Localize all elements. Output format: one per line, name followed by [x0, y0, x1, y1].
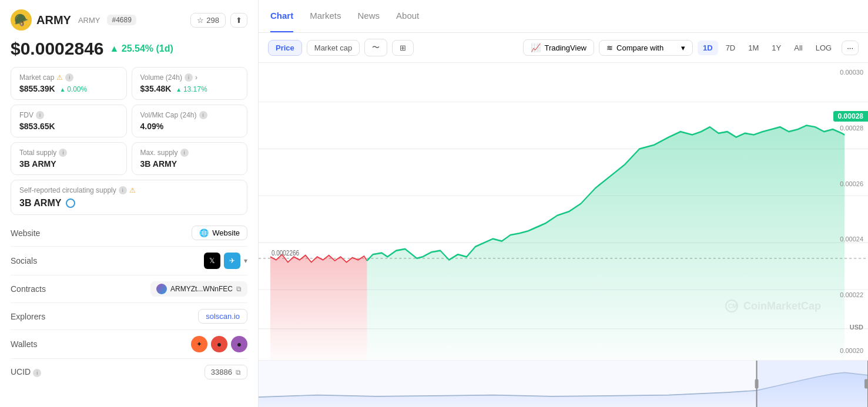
chart-svg: 0.0002266 [259, 63, 868, 360]
info-icon-ucid: i [33, 369, 41, 377]
wallet-icon-3[interactable]: ● [231, 336, 247, 352]
token-logo: 🪖 [11, 9, 32, 31]
svg-rect-13 [755, 379, 759, 389]
arrow-icon: › [195, 73, 197, 82]
explorers-row: Explorers solscan.io [11, 303, 247, 330]
vol-mkt-value: 4.09% [140, 122, 239, 131]
chevron-down-icon[interactable]: ▾ [244, 257, 247, 265]
ucid-tag: 33886 ⧉ [205, 365, 247, 379]
mini-chart-svg [259, 361, 868, 407]
tab-news[interactable]: News [358, 0, 380, 32]
market-cap-value: $855.39K [19, 84, 55, 93]
website-link-text: Website [212, 228, 240, 237]
contract-logo [156, 284, 167, 294]
y-label-3: 0.00026 [840, 180, 863, 187]
candle-chart-icon[interactable]: ⊞ [392, 40, 414, 56]
time-1y[interactable]: 1Y [766, 41, 786, 55]
website-button[interactable]: 🌐 Website [192, 226, 247, 240]
volume-value: $35.48K [140, 84, 172, 93]
share-button[interactable]: ⬆ [230, 13, 247, 28]
wallets-row: Wallets ✦ ● ● [11, 330, 247, 359]
warning-icon-cs: ⚠ [129, 186, 136, 194]
max-supply-card: Max. supply i 3B ARMY [132, 142, 248, 175]
vol-mkt-label: Vol/Mkt Cap (24h) [140, 111, 197, 119]
time-all[interactable]: All [789, 41, 807, 55]
y-label-6: 0.00020 [840, 347, 863, 354]
circle-icon [66, 199, 75, 208]
svg-text:CM: CM [728, 303, 738, 310]
trading-view-icon: 📈 [531, 43, 541, 52]
time-log[interactable]: LOG [810, 41, 837, 55]
vol-mkt-card: Vol/Mkt Cap (24h) i 4.09% [132, 105, 248, 137]
chart-controls: Price Market cap 〜 ⊞ 📈 TradingView ≋ Com… [259, 33, 868, 63]
share-icon: ⬆ [236, 16, 242, 25]
info-icon: i [65, 73, 73, 82]
y-label-4: 0.00024 [840, 236, 863, 243]
market-cap-card: Market cap ⚠ i $855.39K 0.00% [11, 67, 127, 100]
tab-markets[interactable]: Markets [310, 0, 341, 32]
twitter-icon[interactable]: 𝕏 [204, 253, 220, 269]
info-icon-cs: i [119, 186, 127, 194]
market-cap-label: Market cap [19, 73, 54, 82]
price-button[interactable]: Price [268, 40, 302, 56]
copy-icon[interactable]: ⧉ [236, 285, 242, 293]
info-icon-vm: i [199, 111, 207, 119]
token-name: ARMY [36, 14, 71, 27]
svg-rect-10 [757, 361, 868, 407]
time-1m[interactable]: 1M [743, 41, 764, 55]
y-label-5: 0.00022 [840, 291, 863, 298]
trading-view-button[interactable]: 📈 TradingView [523, 39, 594, 56]
fdv-card: FDV i $853.65K [11, 105, 127, 137]
wallet-icon-1[interactable]: ✦ [191, 336, 207, 352]
tab-about[interactable]: About [396, 0, 419, 32]
price-change: ▲ 25.54% (1d) [110, 43, 173, 54]
fdv-value: $853.65K [19, 122, 118, 131]
compare-chevron-icon: ▾ [681, 43, 685, 52]
svg-text:0.0002266: 0.0002266 [272, 248, 299, 257]
globe-icon: 🌐 [199, 228, 209, 237]
max-supply-value: 3B ARMY [140, 159, 239, 169]
compare-with-label: Compare with [616, 43, 663, 52]
mini-chart[interactable]: 12 Nov 15 Nov 18 Nov 21 Nov 24 Nov 27 No… [259, 360, 868, 407]
explorer-button[interactable]: solscan.io [198, 309, 247, 324]
more-options-button[interactable]: ··· [842, 41, 859, 55]
watermark: CM CoinMarketCap [725, 299, 821, 313]
telegram-icon[interactable]: ✈ [224, 253, 240, 269]
volume-change: 13.17% [176, 85, 207, 93]
circulating-label: Self-reported circulating supply [19, 186, 116, 194]
contract-address: ARMYZt...WNnFEC [170, 285, 233, 293]
current-price-badge: 0.00028 [833, 111, 868, 122]
contract-tag: ARMYZt...WNnFEC ⧉ [150, 281, 247, 297]
time-7d[interactable]: 7D [720, 41, 741, 55]
star-button[interactable]: ☆ 298 [190, 13, 226, 28]
wallets-label: Wallets [11, 339, 69, 349]
ucid-label: UCID i [11, 367, 69, 377]
max-supply-label: Max. supply [140, 149, 178, 157]
website-row: Website 🌐 Website [11, 220, 247, 247]
circulating-value: 3B ARMY [19, 198, 61, 208]
chart-nav: Chart Markets News About [259, 0, 868, 33]
market-cap-button[interactable]: Market cap [307, 40, 360, 56]
y-axis: 0.00030 0.00028 0.00026 0.00024 0.00022 … [840, 63, 863, 360]
explorers-label: Explorers [11, 312, 69, 321]
star-icon: ☆ [197, 16, 204, 25]
circulating-supply-card: Self-reported circulating supply i ⚠ 3B … [11, 180, 247, 215]
wallet-icon-2[interactable]: ● [211, 336, 227, 352]
tab-chart[interactable]: Chart [270, 0, 293, 32]
contracts-label: Contracts [11, 284, 69, 294]
compare-with-button[interactable]: ≋ Compare with ▾ [599, 40, 693, 56]
line-chart-icon[interactable]: 〜 [364, 39, 387, 56]
socials-row: Socials 𝕏 ✈ ▾ [11, 247, 247, 275]
main-chart: 0.0002266 0.00030 0.00028 0.00026 0.0002… [259, 63, 868, 360]
info-icon-fdv: i [36, 111, 44, 119]
total-supply-label: Total supply [19, 149, 56, 157]
usd-label: USD [850, 324, 863, 331]
time-group: 1D 7D 1M 1Y All LOG [698, 41, 837, 55]
time-1d[interactable]: 1D [698, 41, 718, 55]
info-icon-ts: i [59, 149, 67, 157]
warning-icon: ⚠ [56, 73, 63, 82]
website-label: Website [11, 228, 69, 238]
token-price: $0.0002846 [11, 39, 104, 59]
copy-ucid-icon[interactable]: ⧉ [236, 368, 241, 376]
volume-card: Volume (24h) i › $35.48K 13.17% [132, 67, 248, 100]
